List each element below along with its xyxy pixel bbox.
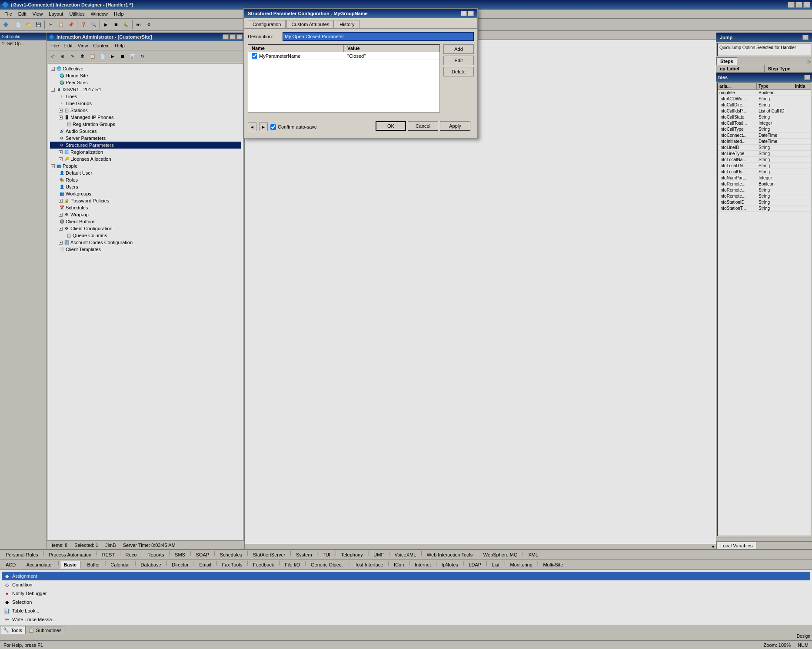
- modal-delete-btn[interactable]: Delete: [443, 67, 474, 76]
- modal-tab-history[interactable]: History: [335, 20, 359, 28]
- modal-col-name: Name: [248, 45, 344, 52]
- modal-cell-name-1: MyParameterName: [248, 52, 344, 60]
- modal-tab-configuration[interactable]: Configuration: [248, 20, 286, 28]
- modal-autosave-text: Confirm auto-save: [278, 124, 317, 129]
- modal-col-value: Value: [344, 45, 439, 52]
- modal-row-checkbox-1[interactable]: [252, 53, 257, 59]
- modal-table-empty: [248, 60, 439, 112]
- modal-cancel-btn[interactable]: Cancel: [408, 121, 438, 131]
- modal-help-btn[interactable]: ?: [461, 11, 467, 16]
- modal-description-field: Description:: [248, 32, 474, 41]
- modal-dialog: Structured Parameter Configuration - MyG…: [243, 8, 478, 139]
- modal-controls: ? ×: [461, 11, 474, 16]
- modal-description-input[interactable]: [283, 32, 474, 41]
- modal-add-btn[interactable]: Add: [443, 44, 474, 54]
- modal-table-container: Name Value MyParameterName "Closed": [248, 44, 440, 116]
- modal-close-btn[interactable]: ×: [468, 11, 474, 16]
- modal-name-1: MyParameterName: [259, 53, 300, 59]
- modal-tab-custom-attrs[interactable]: Custom Attributes: [286, 20, 334, 28]
- modal-ok-btn[interactable]: OK: [376, 121, 406, 131]
- modal-cell-value-1: "Closed": [344, 53, 439, 60]
- modal-table-row-1[interactable]: MyParameterName "Closed": [248, 52, 439, 60]
- app-window: 🔷 (i3svr1-Connected) Interaction Designe…: [0, 0, 812, 649]
- modal-autosave-label: Confirm auto-save: [270, 124, 317, 130]
- modal-bottom-row: ◄ ► Confirm auto-save OK Cancel Apply: [248, 119, 474, 134]
- modal-nav-forward[interactable]: ►: [259, 123, 268, 131]
- modal-table-header: Name Value: [248, 45, 439, 52]
- modal-apply-btn[interactable]: Apply: [440, 121, 470, 131]
- modal-dialog-buttons: OK Cancel Apply: [372, 119, 474, 134]
- modal-side-buttons: Add Edit Delete: [443, 44, 474, 116]
- modal-autosave-checkbox[interactable]: [270, 124, 276, 130]
- modal-table-section: Name Value MyParameterName "Closed": [248, 44, 474, 116]
- modal-description-label: Description:: [248, 34, 283, 39]
- modal-title: Structured Parameter Configuration - MyG…: [248, 11, 368, 16]
- modal-title-bar: Structured Parameter Configuration - MyG…: [244, 9, 477, 18]
- modal-nav-section: ◄ ► Confirm auto-save: [248, 123, 317, 131]
- modal-overlay: Structured Parameter Configuration - MyG…: [0, 0, 812, 649]
- modal-table: Name Value MyParameterName "Closed": [248, 44, 440, 113]
- modal-nav-back[interactable]: ◄: [248, 123, 256, 131]
- modal-edit-btn[interactable]: Edit: [443, 56, 474, 65]
- modal-body: Description: Name Value: [244, 29, 477, 138]
- modal-tabs: Configuration Custom Attributes History: [244, 18, 477, 29]
